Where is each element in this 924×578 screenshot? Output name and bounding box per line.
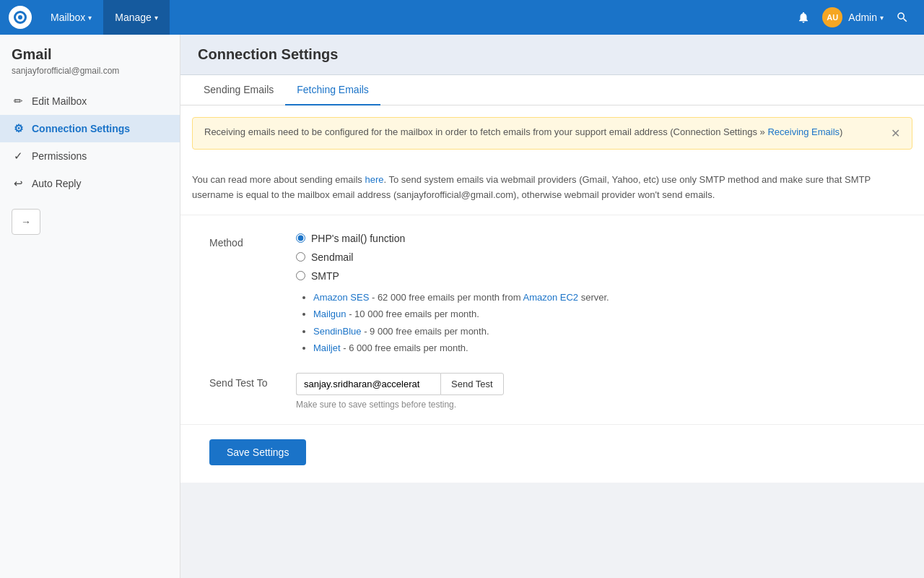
admin-menu[interactable]: Admin ▾	[848, 12, 884, 23]
search-icon	[896, 11, 909, 24]
send-test-input[interactable]	[296, 373, 440, 395]
method-label: Method	[209, 233, 296, 249]
sidebar-item-label: Connection Settings	[32, 123, 130, 134]
alert-close-button[interactable]: ✕	[891, 126, 900, 140]
list-item: Mailjet - 6 000 free emails per month.	[313, 341, 895, 355]
info-text-block: You can read more about sending emails h…	[180, 161, 924, 215]
radio-sendmail-label: Sendmail	[311, 251, 353, 263]
send-test-label: Send Test To	[209, 373, 296, 389]
receiving-emails-link[interactable]: Receiving Emails	[767, 126, 840, 137]
pencil-icon: ✏	[12, 95, 25, 108]
content-area: Sending Emails Fetching Emails Receiving…	[180, 75, 924, 483]
sidebar-item-permissions[interactable]: ✓ Permissions	[0, 142, 180, 170]
nav-mailbox[interactable]: Mailbox ▾	[39, 0, 103, 35]
chevron-down-icon: ▾	[880, 14, 884, 22]
sidebar-item-label: Auto Reply	[32, 178, 81, 189]
radio-smtp[interactable]: SMTP	[296, 270, 895, 282]
form-divider	[180, 424, 924, 425]
sidebar-item-connection-settings[interactable]: ⚙ Connection Settings	[0, 115, 180, 142]
sidebar-item-label: Edit Mailbox	[32, 95, 87, 107]
mailbox-name[interactable]: Gmail	[0, 46, 180, 66]
save-settings-button[interactable]: Save Settings	[209, 439, 306, 465]
send-test-controls: Send Test Make sure to save settings bef…	[296, 373, 895, 410]
method-radio-group: PHP's mail() function Sendmail SMTP	[296, 233, 895, 282]
sidebar-item-label: Permissions	[32, 150, 87, 162]
radio-php-mail-input[interactable]	[296, 233, 305, 243]
send-test-button[interactable]: Send Test	[440, 373, 504, 395]
mailjet-link[interactable]: Mailjet	[313, 342, 341, 353]
radio-smtp-label: SMTP	[311, 270, 339, 282]
navbar: Mailbox ▾ Manage ▾ AU Admin ▾	[0, 0, 924, 35]
avatar: AU	[822, 7, 842, 27]
method-row: Method PHP's mail() function Sendmail	[180, 233, 924, 358]
app-logo	[9, 6, 32, 29]
send-test-note: Make sure to save settings before testin…	[296, 400, 895, 410]
back-button[interactable]: →	[12, 209, 40, 235]
amazon-ec2-link[interactable]: Amazon EC2	[523, 292, 579, 303]
tab-sending-emails[interactable]: Sending Emails	[192, 75, 285, 105]
mailbox-email: sanjayforofficial@gmail.com	[0, 66, 180, 87]
nav-manage[interactable]: Manage ▾	[103, 0, 170, 35]
radio-smtp-input[interactable]	[296, 271, 305, 280]
check-icon: ✓	[12, 150, 25, 163]
list-item: Mailgun - 10 000 free emails per month.	[313, 307, 895, 322]
sendinblue-link[interactable]: SendinBlue	[313, 326, 362, 337]
arrow-right-icon: →	[21, 216, 31, 228]
send-test-row: Send Test To Send Test Make sure to save…	[180, 373, 924, 410]
smtp-providers-list: Amazon SES - 62 000 free emails per mont…	[299, 290, 895, 355]
page-title: Connection Settings	[198, 46, 907, 63]
search-button[interactable]	[889, 4, 915, 30]
radio-sendmail-input[interactable]	[296, 252, 305, 262]
sidebar-item-auto-reply[interactable]: ↩ Auto Reply	[0, 170, 180, 197]
settings-icon: ⚙	[12, 122, 25, 135]
list-item: Amazon SES - 62 000 free emails per mont…	[313, 290, 895, 305]
layout: Gmail sanjayforofficial@gmail.com ✏ Edit…	[0, 35, 924, 578]
chevron-down-icon: ▾	[154, 14, 158, 22]
tabs-bar: Sending Emails Fetching Emails	[180, 75, 924, 105]
alert-banner: Receiving emails need to be configured f…	[192, 117, 912, 150]
list-item: SendinBlue - 9 000 free emails per month…	[313, 324, 895, 339]
radio-php-mail[interactable]: PHP's mail() function	[296, 233, 895, 244]
bell-icon	[797, 11, 810, 24]
sidebar: Gmail sanjayforofficial@gmail.com ✏ Edit…	[0, 35, 180, 578]
reply-icon: ↩	[12, 177, 25, 190]
chevron-down-icon: ▾	[88, 14, 92, 22]
amazon-ses-link[interactable]: Amazon SES	[313, 292, 369, 303]
sidebar-item-edit-mailbox[interactable]: ✏ Edit Mailbox	[0, 87, 180, 115]
alert-text: Receiving emails need to be configured f…	[204, 126, 842, 137]
send-test-input-group: Send Test	[296, 373, 895, 395]
radio-sendmail[interactable]: Sendmail	[296, 251, 895, 263]
notification-button[interactable]	[790, 4, 816, 30]
here-link[interactable]: here	[365, 174, 383, 185]
radio-php-mail-label: PHP's mail() function	[311, 233, 405, 244]
method-controls: PHP's mail() function Sendmail SMTP	[296, 233, 895, 358]
page-header: Connection Settings	[180, 35, 924, 75]
main-content: Connection Settings Sending Emails Fetch…	[180, 35, 924, 578]
mailgun-link[interactable]: Mailgun	[313, 309, 346, 319]
tab-fetching-emails[interactable]: Fetching Emails	[285, 75, 380, 105]
